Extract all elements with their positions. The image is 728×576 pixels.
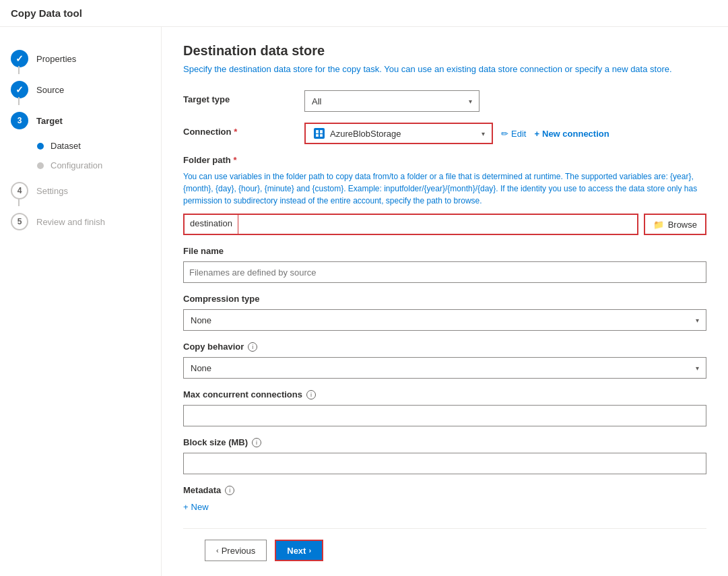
- sidebar-item-properties[interactable]: ✓ Properties: [0, 43, 161, 74]
- connection-label: Connection *: [183, 123, 304, 137]
- max-concurrent-header: Max concurrent connections i: [183, 389, 706, 399]
- target-type-control: All ▾: [304, 90, 706, 112]
- copy-behavior-section: Copy behavior i None ▾: [183, 342, 706, 379]
- folder-path-input-container: destination: [183, 214, 638, 235]
- connection-dropdown[interactable]: AzureBlobStorage ▾: [304, 123, 493, 144]
- step-circle-properties: ✓: [11, 50, 28, 67]
- file-name-input[interactable]: [183, 261, 706, 283]
- block-size-section: Block size (MB) i: [183, 437, 706, 474]
- folder-path-input-row: destination 📁 Browse: [183, 214, 706, 235]
- connection-controls-row: AzureBlobStorage ▾ ✏ Edit + New connecti…: [304, 123, 706, 144]
- sidebar-substep-dataset[interactable]: Dataset: [0, 136, 161, 156]
- content-area: Destination data store Specify the desti…: [162, 27, 728, 576]
- sidebar-item-settings[interactable]: 4 Settings: [0, 175, 161, 206]
- edit-pencil-icon: ✏: [501, 129, 508, 139]
- svg-rect-3: [316, 134, 319, 137]
- copy-behavior-info-icon[interactable]: i: [248, 342, 257, 352]
- step-label-settings: Settings: [36, 186, 68, 196]
- previous-button[interactable]: ‹ Previous: [205, 540, 267, 561]
- main-layout: ✓ Properties ✓ Source 3 Target Dataset C…: [0, 27, 728, 576]
- browse-button[interactable]: 📁 Browse: [644, 214, 706, 235]
- step-label-source: Source: [36, 85, 64, 95]
- compression-type-label: Compression type: [183, 294, 706, 304]
- svg-rect-0: [314, 128, 325, 139]
- target-type-row: Target type All ▾: [183, 90, 706, 112]
- sidebar-item-source[interactable]: ✓ Source: [0, 74, 161, 105]
- svg-rect-4: [320, 134, 323, 137]
- folder-path-text-input[interactable]: [238, 215, 637, 234]
- sidebar-item-review[interactable]: 5 Review and finish: [0, 206, 161, 237]
- page-title: Destination data store: [183, 43, 706, 59]
- compression-type-dropdown[interactable]: None ▾: [183, 309, 706, 331]
- page-description: Specify the destination data store for t…: [183, 64, 706, 74]
- connection-chevron-icon: ▾: [482, 130, 485, 137]
- step-label-review: Review and finish: [36, 217, 105, 227]
- azure-blob-storage-icon: [312, 127, 326, 140]
- sidebar-substep-configuration[interactable]: Configuration: [0, 156, 161, 175]
- content-inner: Destination data store Specify the desti…: [183, 43, 706, 528]
- max-concurrent-info-icon[interactable]: i: [306, 390, 316, 399]
- target-type-dropdown[interactable]: All ▾: [304, 90, 479, 112]
- folder-path-prefix: destination: [185, 215, 238, 234]
- block-size-header: Block size (MB) i: [183, 437, 706, 447]
- copy-behavior-header: Copy behavior i: [183, 342, 706, 352]
- metadata-label: Metadata: [183, 485, 221, 495]
- block-size-info-icon[interactable]: i: [252, 438, 261, 447]
- copy-behavior-label: Copy behavior: [183, 342, 244, 352]
- substep-circle-dataset: [37, 143, 44, 150]
- folder-browse-icon: 📁: [653, 220, 664, 230]
- copy-behavior-dropdown[interactable]: None ▾: [183, 357, 706, 379]
- app-title: Copy Data tool: [11, 7, 82, 19]
- metadata-header: Metadata i: [183, 485, 706, 495]
- footer: ‹ Previous Next ›: [183, 528, 706, 572]
- step-circle-target: 3: [11, 112, 28, 129]
- block-size-label: Block size (MB): [183, 437, 248, 447]
- chevron-right-icon: ›: [308, 546, 311, 554]
- plus-icon: +: [534, 129, 539, 139]
- copy-behavior-chevron-icon: ▾: [696, 364, 699, 372]
- metadata-info-icon[interactable]: i: [225, 486, 234, 495]
- folder-path-section: Folder path * You can use variables in t…: [183, 155, 706, 235]
- connection-required: *: [234, 127, 237, 137]
- max-concurrent-input[interactable]: [183, 405, 706, 426]
- step-circle-review: 5: [11, 213, 28, 230]
- max-concurrent-label: Max concurrent connections: [183, 389, 302, 399]
- chevron-left-icon: ‹: [216, 546, 219, 554]
- folder-path-description: You can use variables in the folder path…: [183, 170, 706, 207]
- new-connection-button[interactable]: + New connection: [534, 129, 609, 139]
- substep-label-dataset: Dataset: [51, 141, 81, 151]
- file-name-section: File name: [183, 246, 706, 283]
- step-circle-settings: 4: [11, 182, 28, 199]
- connection-control: AzureBlobStorage ▾ ✏ Edit + New connecti…: [304, 123, 706, 144]
- block-size-input[interactable]: [183, 453, 706, 474]
- next-button[interactable]: Next ›: [275, 540, 323, 561]
- sidebar-item-target[interactable]: 3 Target: [0, 105, 161, 136]
- svg-rect-2: [320, 130, 323, 133]
- max-concurrent-section: Max concurrent connections i: [183, 389, 706, 426]
- app-header: Copy Data tool: [0, 0, 728, 27]
- sidebar: ✓ Properties ✓ Source 3 Target Dataset C…: [0, 27, 162, 576]
- target-type-label: Target type: [183, 90, 304, 104]
- compression-type-section: Compression type None ▾: [183, 294, 706, 331]
- file-name-label: File name: [183, 246, 706, 256]
- substep-circle-configuration: [37, 162, 44, 169]
- metadata-plus-icon: +: [183, 502, 189, 512]
- substep-label-configuration: Configuration: [51, 160, 102, 170]
- step-circle-source: ✓: [11, 81, 28, 98]
- svg-rect-1: [316, 130, 319, 133]
- step-label-properties: Properties: [36, 54, 76, 64]
- metadata-section: Metadata i + New: [183, 485, 706, 512]
- step-label-target: Target: [36, 116, 63, 126]
- connection-row: Connection *: [183, 123, 706, 144]
- compression-chevron-icon: ▾: [696, 317, 699, 324]
- target-type-chevron-icon: ▾: [469, 98, 472, 105]
- folder-path-label: Folder path *: [183, 155, 706, 165]
- edit-connection-button[interactable]: ✏ Edit: [501, 129, 526, 139]
- metadata-add-new-button[interactable]: + New: [183, 502, 209, 512]
